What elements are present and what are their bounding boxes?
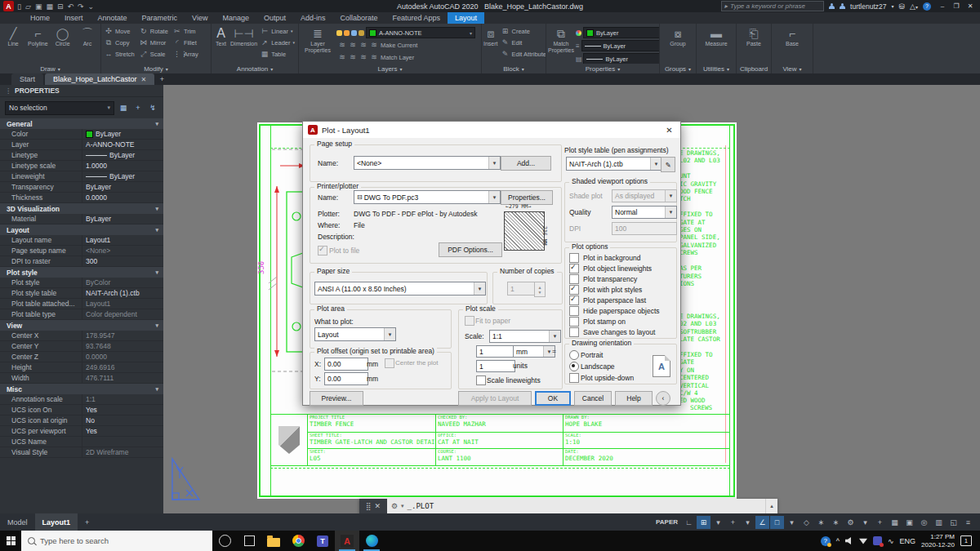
layer-freeze-icon[interactable] xyxy=(351,30,357,36)
base-tool[interactable]: ⌐Base xyxy=(778,25,806,64)
annotation-visibility-icon[interactable]: ∗ xyxy=(814,516,828,529)
property-value[interactable]: ByLayer xyxy=(82,171,163,181)
tray-help-icon[interactable]: ? xyxy=(821,536,831,546)
section-plot-style[interactable]: Plot style xyxy=(0,267,163,278)
command-grip-icon[interactable]: ⣿ xyxy=(366,502,372,510)
scale-tool[interactable]: ⤢Scale xyxy=(138,48,170,60)
linear-tool[interactable]: ⊢Linear▾ xyxy=(259,25,296,37)
command-input[interactable]: ⚙ ▾ _.PLOT xyxy=(387,499,765,513)
model-tab[interactable]: Model xyxy=(0,513,35,531)
open-icon[interactable]: ▱ xyxy=(25,2,31,11)
snap-mode-icon[interactable]: ⊞ xyxy=(697,516,710,529)
ribbon-tab[interactable]: Collaborate xyxy=(333,12,385,24)
property-value[interactable]: 476.7111 xyxy=(82,373,163,383)
plot-option-row[interactable]: Plot transparency xyxy=(564,273,675,284)
less-options-button[interactable]: ‹ xyxy=(656,391,670,406)
linetype-combo[interactable]: ByLayer▾ xyxy=(583,53,659,64)
qat-customize-icon[interactable]: ⌄ xyxy=(88,2,95,11)
snap-dropdown-icon[interactable]: ▾ xyxy=(711,516,725,529)
preview-button[interactable]: Preview... xyxy=(310,391,363,406)
property-value[interactable]: Color dependent xyxy=(82,309,163,319)
ribbon-tab[interactable]: Parametric xyxy=(135,12,185,24)
autodesk-connect-icon[interactable]: △▾ xyxy=(910,2,918,11)
offset-y-input[interactable]: 0.00 xyxy=(324,372,368,385)
property-value[interactable]: 1:1 xyxy=(82,394,163,404)
apply-to-layout-button[interactable]: Apply to Layout xyxy=(458,391,532,406)
printer-combo[interactable]: ⊟DWG To PDF.pc3▼ xyxy=(354,190,501,204)
units-icon[interactable]: ▦ xyxy=(888,516,902,529)
ribbon-tab[interactable]: Output xyxy=(256,12,293,24)
infer-constraints-icon[interactable]: + xyxy=(726,516,740,529)
file-explorer-icon[interactable] xyxy=(261,531,286,551)
portrait-radio[interactable] xyxy=(569,350,579,360)
copy-tool[interactable]: ⧉Copy xyxy=(103,37,136,48)
palette-grip[interactable]: ⋮ xyxy=(5,87,11,95)
new-tab-button[interactable]: + xyxy=(156,73,167,85)
dpi-input[interactable]: 100 xyxy=(612,222,677,235)
edit-attributes-tool[interactable]: ✎Edit Attributes xyxy=(500,48,546,60)
tab-document[interactable]: Blake_Hope_LatchCastor✕ xyxy=(45,73,154,85)
new-icon[interactable]: ▯ xyxy=(17,2,21,11)
property-value[interactable]: Layout1 xyxy=(82,299,163,309)
toggle-pickadd-icon[interactable]: ▦ xyxy=(118,102,129,113)
workspace-switching-icon[interactable]: + xyxy=(873,516,887,529)
plot-style-table-combo[interactable]: NAIT-Arch (1).ctb▼ xyxy=(566,157,662,171)
tab-close-icon[interactable]: ✕ xyxy=(141,76,147,83)
section-misc[interactable]: Misc xyxy=(0,384,163,394)
what-to-plot-combo[interactable]: Layout▼ xyxy=(314,327,396,341)
ribbon-tab[interactable]: View xyxy=(185,12,215,24)
grid-display-icon[interactable]: ∟ xyxy=(682,516,696,529)
property-value[interactable]: Yes xyxy=(82,405,163,415)
help-button[interactable]: Help xyxy=(615,391,653,406)
property-value[interactable]: 2D Wireframe xyxy=(82,447,163,457)
autoscale-icon[interactable]: ∗ xyxy=(829,516,843,529)
ribbon-tab[interactable]: Layout xyxy=(448,12,484,24)
language-indicator[interactable]: ENG xyxy=(900,537,916,545)
paste-tool[interactable]: ⎗Paste xyxy=(740,25,768,64)
audio-jack-icon[interactable]: ∿ xyxy=(888,537,894,545)
quality-combo[interactable]: Normal▼ xyxy=(612,206,677,219)
scale-units-input[interactable]: 1 xyxy=(476,360,515,372)
center-plot-checkbox[interactable] xyxy=(385,358,394,368)
layer-on-icon[interactable] xyxy=(336,30,342,36)
property-value[interactable] xyxy=(82,437,163,447)
ribbon-tab[interactable]: Annotate xyxy=(91,12,135,24)
taskbar-search-input[interactable]: Type here to search xyxy=(21,531,212,551)
username[interactable]: turtlenutz27 xyxy=(850,2,886,11)
property-value[interactable]: ByLayer xyxy=(82,129,163,139)
plot-option-row[interactable]: Plot with plot styles xyxy=(564,284,675,295)
property-value[interactable]: No xyxy=(82,415,163,425)
property-value[interactable]: ByColor xyxy=(82,278,163,287)
section-layout[interactable]: Layout xyxy=(0,224,163,235)
teams-icon[interactable]: T xyxy=(310,531,335,551)
panel-label-clipboard[interactable]: Clipboard xyxy=(737,64,771,73)
panel-label-layers[interactable]: Layers▾ xyxy=(299,64,481,73)
osnap-dropdown-icon[interactable]: ▾ xyxy=(785,516,799,529)
app-store-cart-icon[interactable]: ⛁ xyxy=(899,2,906,11)
help-search-input[interactable]: ▸ Type a keyword or phrase xyxy=(721,1,824,11)
select-objects-icon[interactable]: + xyxy=(132,102,144,113)
plot-option-row[interactable]: Plot stamp on xyxy=(564,316,675,327)
polar-tracking-icon[interactable]: ∠ xyxy=(755,516,769,529)
action-center-icon[interactable]: 1 xyxy=(960,535,972,546)
ribbon-tab[interactable]: Add-ins xyxy=(293,12,333,24)
cortana-button[interactable] xyxy=(212,531,237,551)
property-value[interactable]: Yes xyxy=(82,426,163,436)
network-icon[interactable] xyxy=(859,538,867,544)
scale-dropdown-icon[interactable]: ▾ xyxy=(858,516,872,529)
plot-option-row[interactable]: Plot in background xyxy=(564,252,675,263)
minimize-button[interactable]: – xyxy=(936,1,949,11)
upside-down-checkbox[interactable] xyxy=(569,373,579,383)
panel-label-properties[interactable]: Properties▾ xyxy=(546,64,659,73)
plot-dialog-titlebar[interactable]: A Plot - Layout1 ✕ xyxy=(303,122,680,138)
user-dropdown-icon[interactable]: ▾ xyxy=(892,3,894,9)
autocad-taskbar-icon[interactable]: A xyxy=(335,531,359,551)
property-value[interactable]: 1.0000 xyxy=(82,161,163,171)
recent-commands-icon[interactable]: ▾ xyxy=(401,503,404,509)
edit-block-tool[interactable]: ✎Edit xyxy=(500,37,546,48)
property-value[interactable]: 300 xyxy=(82,256,163,266)
plot-option-row[interactable]: Plot paperspace last xyxy=(564,295,675,305)
rotate-tool[interactable]: ↻Rotate xyxy=(138,25,170,37)
tab-start[interactable]: Start xyxy=(11,73,43,85)
lineweight-combo[interactable]: ByLayer▾ xyxy=(581,40,659,51)
